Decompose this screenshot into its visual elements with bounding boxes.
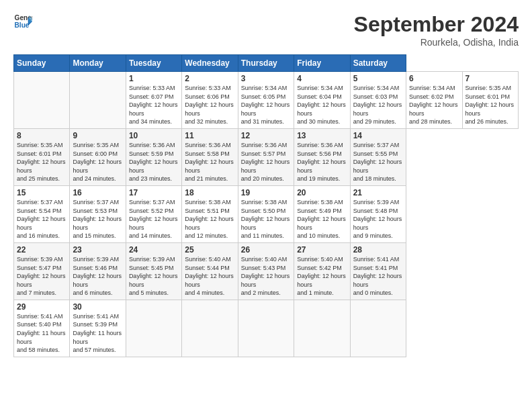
day-cell: 16Sunrise: 5:37 AMSunset: 5:53 PMDayligh… xyxy=(70,185,126,242)
day-number: 22 xyxy=(17,245,66,255)
calendar-page: General Blue September 2024 Rourkela, Od… xyxy=(0,0,532,411)
day-cell: 5Sunrise: 5:34 AMSunset: 6:03 PMDaylight… xyxy=(350,72,406,129)
day-number: 15 xyxy=(17,188,66,197)
day-cell: 30Sunrise: 5:41 AMSunset: 5:39 PMDayligh… xyxy=(70,300,126,357)
day-number: 13 xyxy=(297,131,347,140)
day-info: Sunrise: 5:33 AMSunset: 6:06 PMDaylight:… xyxy=(185,84,234,126)
day-cell: 12Sunrise: 5:36 AMSunset: 5:57 PMDayligh… xyxy=(238,128,294,185)
day-info: Sunrise: 5:37 AMSunset: 5:54 PMDaylight:… xyxy=(17,198,66,240)
day-number: 27 xyxy=(297,245,347,255)
day-cell: 24Sunrise: 5:39 AMSunset: 5:45 PMDayligh… xyxy=(126,242,181,300)
calendar-table: SundayMondayTuesdayWednesdayThursdayFrid… xyxy=(13,54,519,357)
day-cell xyxy=(126,300,181,357)
day-info: Sunrise: 5:33 AMSunset: 6:07 PMDaylight:… xyxy=(129,84,179,126)
day-info: Sunrise: 5:34 AMSunset: 6:02 PMDaylight:… xyxy=(409,84,459,126)
day-cell: 19Sunrise: 5:38 AMSunset: 5:50 PMDayligh… xyxy=(238,185,294,242)
day-cell: 3Sunrise: 5:34 AMSunset: 6:05 PMDaylight… xyxy=(238,72,294,129)
day-info: Sunrise: 5:38 AMSunset: 5:49 PMDaylight:… xyxy=(297,198,347,240)
week-row-4: 22Sunrise: 5:39 AMSunset: 5:47 PMDayligh… xyxy=(14,242,519,300)
day-info: Sunrise: 5:36 AMSunset: 5:57 PMDaylight:… xyxy=(241,141,291,183)
day-cell: 11Sunrise: 5:36 AMSunset: 5:58 PMDayligh… xyxy=(182,128,238,185)
day-info: Sunrise: 5:37 AMSunset: 5:52 PMDaylight:… xyxy=(129,198,179,240)
day-cell: 4Sunrise: 5:34 AMSunset: 6:04 PMDaylight… xyxy=(294,72,350,129)
day-cell: 10Sunrise: 5:36 AMSunset: 5:59 PMDayligh… xyxy=(126,128,181,185)
day-info: Sunrise: 5:41 AMSunset: 5:41 PMDaylight:… xyxy=(353,255,403,298)
day-cell: 26Sunrise: 5:40 AMSunset: 5:43 PMDayligh… xyxy=(238,242,294,300)
day-cell: 22Sunrise: 5:39 AMSunset: 5:47 PMDayligh… xyxy=(14,242,70,300)
logo: General Blue xyxy=(13,12,32,31)
day-header-monday: Monday xyxy=(70,55,126,72)
day-header-tuesday: Tuesday xyxy=(126,55,181,72)
day-cell xyxy=(238,300,294,357)
day-info: Sunrise: 5:36 AMSunset: 5:56 PMDaylight:… xyxy=(297,141,347,183)
week-row-2: 8Sunrise: 5:35 AMSunset: 6:01 PMDaylight… xyxy=(14,128,519,185)
day-info: Sunrise: 5:35 AMSunset: 6:01 PMDaylight:… xyxy=(466,84,516,126)
header-row: SundayMondayTuesdayWednesdayThursdayFrid… xyxy=(14,55,519,72)
location: Rourkela, Odisha, India xyxy=(354,37,519,48)
month-title: September 2024 xyxy=(354,12,519,37)
day-number: 23 xyxy=(73,245,122,255)
day-number: 29 xyxy=(17,302,66,312)
day-info: Sunrise: 5:41 AMSunset: 5:40 PMDaylight:… xyxy=(17,312,66,355)
day-info: Sunrise: 5:36 AMSunset: 5:58 PMDaylight:… xyxy=(185,141,234,183)
day-cell xyxy=(350,300,406,357)
day-cell xyxy=(294,300,350,357)
day-number: 24 xyxy=(129,245,179,255)
empty-cell xyxy=(70,72,126,129)
day-cell: 20Sunrise: 5:38 AMSunset: 5:49 PMDayligh… xyxy=(294,185,350,242)
day-cell: 14Sunrise: 5:37 AMSunset: 5:55 PMDayligh… xyxy=(350,128,406,185)
day-cell: 13Sunrise: 5:36 AMSunset: 5:56 PMDayligh… xyxy=(294,128,350,185)
day-info: Sunrise: 5:34 AMSunset: 6:04 PMDaylight:… xyxy=(297,84,347,126)
day-number: 8 xyxy=(17,131,66,140)
svg-text:Blue: Blue xyxy=(15,21,30,29)
day-header-sunday: Sunday xyxy=(14,55,70,72)
day-cell: 8Sunrise: 5:35 AMSunset: 6:01 PMDaylight… xyxy=(14,128,70,185)
day-header-friday: Friday xyxy=(294,55,350,72)
week-row-5: 29Sunrise: 5:41 AMSunset: 5:40 PMDayligh… xyxy=(14,300,519,357)
day-cell: 23Sunrise: 5:39 AMSunset: 5:46 PMDayligh… xyxy=(70,242,126,300)
day-info: Sunrise: 5:34 AMSunset: 6:03 PMDaylight:… xyxy=(353,84,403,126)
day-cell: 28Sunrise: 5:41 AMSunset: 5:41 PMDayligh… xyxy=(350,242,406,300)
day-number: 19 xyxy=(241,188,291,197)
day-info: Sunrise: 5:37 AMSunset: 5:55 PMDaylight:… xyxy=(353,141,403,183)
day-number: 12 xyxy=(241,131,291,140)
week-row-3: 15Sunrise: 5:37 AMSunset: 5:54 PMDayligh… xyxy=(14,185,519,242)
day-cell: 7Sunrise: 5:35 AMSunset: 6:01 PMDaylight… xyxy=(462,72,519,129)
day-info: Sunrise: 5:41 AMSunset: 5:39 PMDaylight:… xyxy=(73,312,122,355)
day-number: 18 xyxy=(185,188,234,197)
day-cell: 27Sunrise: 5:40 AMSunset: 5:42 PMDayligh… xyxy=(294,242,350,300)
day-cell: 15Sunrise: 5:37 AMSunset: 5:54 PMDayligh… xyxy=(14,185,70,242)
title-block: September 2024 Rourkela, Odisha, India xyxy=(354,12,519,48)
day-info: Sunrise: 5:35 AMSunset: 6:01 PMDaylight:… xyxy=(17,141,66,183)
empty-cell xyxy=(14,72,70,129)
logo-icon: General Blue xyxy=(13,12,32,31)
day-number: 11 xyxy=(185,131,234,140)
day-number: 16 xyxy=(73,188,122,197)
day-header-thursday: Thursday xyxy=(238,55,294,72)
day-number: 28 xyxy=(353,245,403,255)
day-number: 20 xyxy=(297,188,347,197)
day-info: Sunrise: 5:39 AMSunset: 5:46 PMDaylight:… xyxy=(73,255,122,298)
day-number: 14 xyxy=(353,131,403,140)
day-number: 30 xyxy=(73,302,122,312)
day-number: 7 xyxy=(466,74,516,83)
day-info: Sunrise: 5:39 AMSunset: 5:47 PMDaylight:… xyxy=(17,255,66,298)
day-number: 26 xyxy=(241,245,291,255)
day-number: 3 xyxy=(241,74,291,83)
day-number: 4 xyxy=(297,74,347,83)
day-cell xyxy=(182,300,238,357)
day-cell: 2Sunrise: 5:33 AMSunset: 6:06 PMDaylight… xyxy=(182,72,238,129)
day-info: Sunrise: 5:39 AMSunset: 5:45 PMDaylight:… xyxy=(129,255,179,298)
day-info: Sunrise: 5:39 AMSunset: 5:48 PMDaylight:… xyxy=(353,198,403,240)
day-info: Sunrise: 5:35 AMSunset: 6:00 PMDaylight:… xyxy=(73,141,122,183)
day-info: Sunrise: 5:40 AMSunset: 5:43 PMDaylight:… xyxy=(241,255,291,298)
day-cell: 21Sunrise: 5:39 AMSunset: 5:48 PMDayligh… xyxy=(350,185,406,242)
day-cell: 9Sunrise: 5:35 AMSunset: 6:00 PMDaylight… xyxy=(70,128,126,185)
day-cell: 17Sunrise: 5:37 AMSunset: 5:52 PMDayligh… xyxy=(126,185,181,242)
day-info: Sunrise: 5:40 AMSunset: 5:44 PMDaylight:… xyxy=(185,255,234,298)
day-number: 25 xyxy=(185,245,234,255)
day-header-saturday: Saturday xyxy=(350,55,406,72)
day-info: Sunrise: 5:38 AMSunset: 5:50 PMDaylight:… xyxy=(241,198,291,240)
day-info: Sunrise: 5:37 AMSunset: 5:53 PMDaylight:… xyxy=(73,198,122,240)
day-cell: 29Sunrise: 5:41 AMSunset: 5:40 PMDayligh… xyxy=(14,300,70,357)
